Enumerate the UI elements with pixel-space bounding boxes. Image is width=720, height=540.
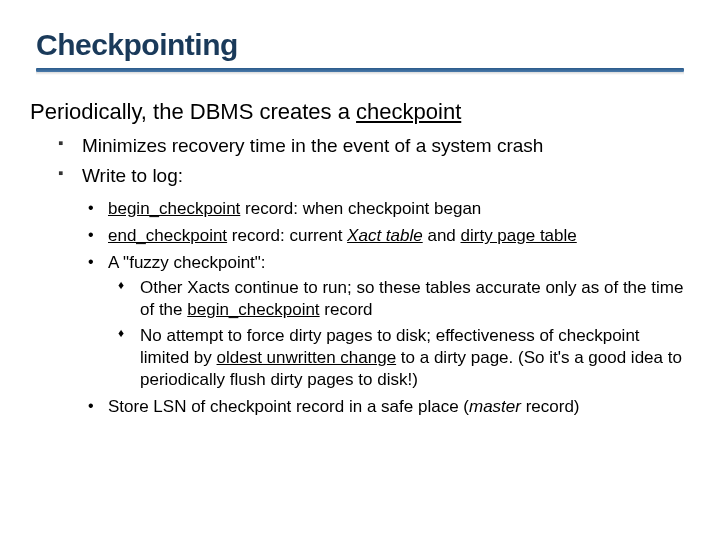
text: A "fuzzy checkpoint": [108, 253, 266, 272]
title-rule [36, 68, 684, 75]
slide-title: Checkpointing [36, 28, 684, 62]
text: record [320, 300, 373, 319]
bullet-list-l2: begin_checkpoint record: when checkpoint… [108, 198, 684, 418]
text: and [423, 226, 461, 245]
l1-item: Minimizes recovery time in the event of … [82, 133, 684, 159]
term-dirty-page-table: dirty page table [461, 226, 577, 245]
l3-item: No attempt to force dirty pages to disk;… [140, 325, 684, 391]
text: Store LSN of checkpoint record in a safe… [108, 397, 469, 416]
lead-prefix: Periodically, the DBMS creates a [30, 99, 356, 124]
l2-item: Store LSN of checkpoint record in a safe… [108, 396, 684, 419]
l2-item: begin_checkpoint record: when checkpoint… [108, 198, 684, 221]
term-begin-checkpoint: begin_checkpoint [108, 199, 240, 218]
l2-item: end_checkpoint record: current Xact tabl… [108, 225, 684, 248]
bullet-list-l3: Other Xacts continue to run; so these ta… [140, 277, 684, 391]
l3-item: Other Xacts continue to run; so these ta… [140, 277, 684, 321]
term-master: master [469, 397, 521, 416]
l1-item: Write to log: begin_checkpoint record: w… [82, 163, 684, 419]
lead-line: Periodically, the DBMS creates a checkpo… [30, 99, 684, 125]
l2-item: A "fuzzy checkpoint": Other Xacts contin… [108, 252, 684, 391]
text: record: current [227, 226, 347, 245]
term-oldest-unwritten: oldest unwritten change [217, 348, 397, 367]
slide: Checkpointing Periodically, the DBMS cre… [0, 0, 720, 443]
l1-text: Write to log: [82, 165, 183, 186]
term-end-checkpoint: end_checkpoint [108, 226, 227, 245]
bullet-list-l1: Minimizes recovery time in the event of … [82, 133, 684, 419]
text: record) [521, 397, 580, 416]
term-begin-checkpoint: begin_checkpoint [187, 300, 319, 319]
term-xact-table: Xact table [347, 226, 423, 245]
lead-underlined: checkpoint [356, 99, 461, 124]
text: record: when checkpoint began [240, 199, 481, 218]
